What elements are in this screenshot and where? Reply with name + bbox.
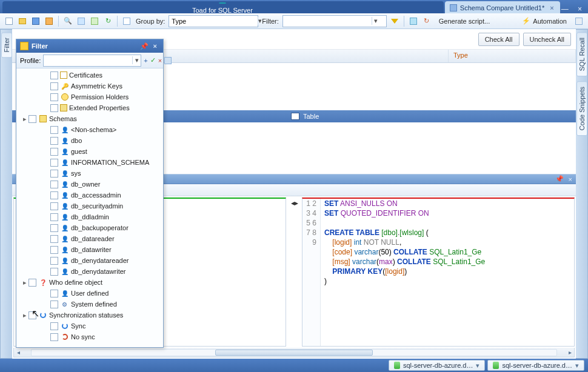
tree-toggle-icon[interactable]: ▸	[21, 311, 28, 319]
tree-item[interactable]: 👤<Non-schema>	[18, 124, 163, 135]
tree-item[interactable]: 👤dbo	[18, 135, 163, 146]
checkbox[interactable]	[50, 159, 58, 167]
tree-toggle-icon[interactable]: ▸	[21, 279, 28, 287]
scroll-track[interactable]	[31, 349, 557, 356]
grid-col-type[interactable]: Type	[449, 50, 576, 62]
checkbox[interactable]	[50, 148, 58, 156]
checkbox[interactable]	[50, 246, 58, 254]
checkbox[interactable]	[28, 279, 36, 287]
tree-item[interactable]: 👤INFORMATION_SCHEMA	[18, 157, 163, 168]
generate-script-button[interactable]: Generate script...	[435, 15, 494, 27]
checkbox[interactable]	[50, 333, 58, 341]
tool-new-icon[interactable]	[4, 16, 15, 27]
profile-input[interactable]	[44, 55, 132, 66]
checkbox[interactable]	[50, 181, 58, 188]
checkbox[interactable]	[50, 93, 58, 101]
chevron-down-icon[interactable]: ▾	[372, 17, 380, 25]
tool-grid-icon[interactable]	[121, 16, 132, 27]
tool-refresh-icon[interactable]: ↻	[102, 16, 113, 27]
close-tab-icon[interactable]: ×	[550, 4, 553, 12]
checkbox[interactable]	[50, 170, 58, 178]
tree-item[interactable]: 👤db_datareader	[18, 233, 163, 244]
code-pane-right[interactable]: 1 2 3 4 5 6 7 8 9 SET ANSI_NULLS ON SET …	[302, 198, 575, 347]
tool-save-icon[interactable]	[30, 16, 41, 27]
profile-manage-icon[interactable]	[164, 56, 172, 65]
tree-item[interactable]: Sync	[18, 321, 163, 331]
filter-panel-title[interactable]: Filter 📌 ×	[16, 39, 163, 53]
code-hscroll[interactable]: ◂ ▸	[13, 348, 575, 357]
tool-open-icon[interactable]	[17, 16, 28, 27]
tab-schema-compare[interactable]: Schema Compare Untitled1* ×	[445, 1, 560, 13]
checkbox[interactable]	[28, 311, 36, 319]
status-connection-2[interactable]: sql-server-db-azure.d… ▾	[487, 360, 584, 371]
checkbox[interactable]	[50, 71, 58, 79]
tree-item[interactable]: ▸Schemas	[18, 113, 163, 124]
filter-funnel-icon[interactable]	[389, 16, 400, 27]
scroll-thumb[interactable]	[215, 350, 373, 356]
tree-item[interactable]: 👤db_ddladmin	[18, 211, 163, 222]
tool-options-icon[interactable]	[89, 16, 100, 27]
tree-item[interactable]: 👤db_accessadmin	[18, 190, 163, 201]
chevron-down-icon[interactable]: ▾	[476, 362, 479, 370]
tree-item[interactable]: 👤db_backupoperator	[18, 222, 163, 233]
tree-item[interactable]: Certificates	[18, 70, 163, 81]
tool-search-icon[interactable]: 🔍	[62, 16, 73, 27]
chevron-down-icon[interactable]: ▾	[132, 56, 141, 64]
tree-toggle-icon[interactable]: ▸	[21, 115, 28, 123]
groupby-combo[interactable]: ▾	[169, 15, 258, 27]
tree-item[interactable]: Extended Properties	[18, 102, 163, 113]
window-controls[interactable]: — ×	[561, 5, 586, 13]
tree-item[interactable]: 👤db_denydatawriter	[18, 266, 163, 277]
tree-item[interactable]: 👤db_datawriter	[18, 244, 163, 255]
checkbox[interactable]	[50, 104, 58, 112]
tree-item[interactable]: ▸Synchronization statuses	[18, 310, 163, 321]
checkbox[interactable]	[50, 213, 58, 221]
checkbox[interactable]	[50, 224, 58, 232]
tool-view-icon[interactable]	[76, 16, 87, 27]
groupby-value[interactable]	[169, 16, 258, 27]
tree-item[interactable]: No sync	[18, 331, 163, 342]
automation-button[interactable]: ⚡ Automation	[518, 15, 571, 27]
tree-item[interactable]: 👤db_denydatareader	[18, 255, 163, 266]
tree-item[interactable]: ▸❓Who define object	[18, 277, 163, 288]
checkbox[interactable]	[50, 322, 58, 330]
sidetab-sql-recall[interactable]: SQL Recall	[576, 32, 587, 76]
filter-tree[interactable]: Certificates🔑Asymmetric KeysPermission H…	[16, 68, 163, 347]
close-icon[interactable]: ×	[569, 176, 572, 183]
tree-item[interactable]: Permission Holders	[18, 91, 163, 102]
profile-delete-icon[interactable]: ×	[158, 56, 162, 65]
tree-item[interactable]: 👤db_securityadmin	[18, 201, 163, 211]
checkbox[interactable]	[50, 257, 58, 265]
profile-add-icon[interactable]: +	[144, 56, 147, 65]
status-connection-1[interactable]: sql-server-db-azure.d… ▾	[389, 360, 486, 371]
tree-item[interactable]: 👤guest	[18, 146, 163, 157]
tree-item[interactable]: ⚙System defined	[18, 299, 163, 310]
filter-combo[interactable]: ▾	[282, 15, 387, 27]
diff-splitter[interactable]: ◂▸	[287, 196, 302, 348]
scroll-right-icon[interactable]: ▸	[566, 349, 574, 356]
scroll-left-icon[interactable]: ◂	[14, 349, 22, 356]
profile-accept-icon[interactable]: ✓	[150, 56, 156, 65]
close-icon[interactable]: ×	[151, 42, 159, 50]
checkbox[interactable]	[50, 126, 58, 134]
pin-icon[interactable]: 📌	[138, 42, 151, 50]
chevron-down-icon[interactable]: ▾	[575, 362, 579, 370]
checkbox[interactable]	[50, 191, 58, 199]
tree-item[interactable]: 👤User defined	[18, 288, 163, 299]
tool-sync-icon[interactable]: ↻	[421, 16, 432, 27]
checkbox[interactable]	[50, 268, 58, 276]
checkbox[interactable]	[50, 290, 58, 297]
sidetab-filter[interactable]: Filter	[1, 32, 12, 58]
profile-combo[interactable]: ▾	[43, 55, 141, 67]
tree-item[interactable]: 👤db_owner	[18, 179, 163, 190]
tab-home[interactable]: Toad for SQL Server	[2, 1, 444, 13]
tool-panel-icon[interactable]	[573, 16, 584, 27]
checkbox[interactable]	[28, 115, 36, 123]
checkbox[interactable]	[50, 301, 58, 308]
tree-item[interactable]: 🔑Asymmetric Keys	[18, 81, 163, 91]
uncheck-all-button[interactable]: Uncheck All	[523, 33, 571, 46]
grid-col-spacer[interactable]	[158, 50, 449, 62]
sidetab-code-snippets[interactable]: Code Snippets	[576, 81, 587, 136]
checkbox[interactable]	[50, 235, 58, 243]
tool-script-icon[interactable]	[408, 16, 419, 27]
